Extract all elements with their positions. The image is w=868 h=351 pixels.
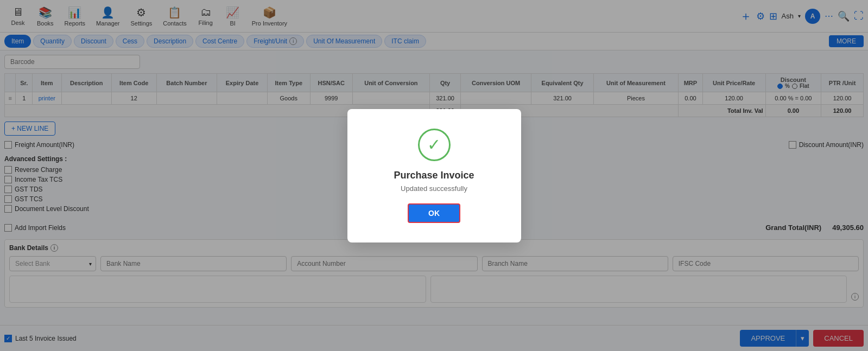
modal-ok-button[interactable]: OK	[408, 203, 460, 223]
modal-overlay: ✓ Purchase Invoice Updated successfully …	[0, 0, 868, 343]
modal-subtitle: Updated successfully	[373, 184, 495, 193]
modal-success-icon: ✓	[418, 129, 451, 161]
modal-box: ✓ Purchase Invoice Updated successfully …	[347, 109, 521, 242]
modal-title: Purchase Invoice	[373, 170, 495, 181]
